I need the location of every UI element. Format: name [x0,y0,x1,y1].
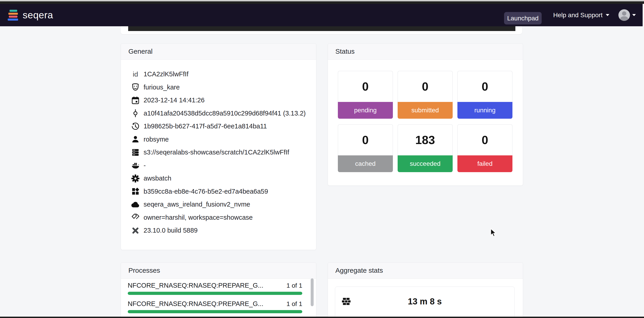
aggregate-stats-header: Aggregate stats [328,262,523,278]
general-row-container: - [130,159,312,172]
start-date-value: 2023-12-14 14:41:26 [144,96,204,104]
general-panel: General id 1CA2zlK5lwFfIf furious_kare 2… [121,43,316,250]
succeeded-chip[interactable]: succeeded [398,156,453,172]
general-row-id: id 1CA2zlK5lwFfIf [130,68,312,81]
submitted-chip[interactable]: submitted [398,102,453,119]
top-nav: seqera Launchpad Help and Support [0,4,644,26]
user-icon [130,134,140,144]
process-row[interactable]: NFCORE_RNASEQ:RNASEQ:PREPARE_G... 1 of 1 [128,282,302,295]
process-name: NFCORE_RNASEQ:RNASEQ:PREPARE_G... [128,282,263,289]
general-row-tags: owner=harshil, workspace=showcase [130,211,312,224]
process-list: NFCORE_RNASEQ:RNASEQ:PREPARE_G... 1 of 1… [128,282,302,318]
session-history-icon [130,122,140,131]
failed-count: 0 [458,124,512,156]
succeeded-count: 183 [398,124,453,156]
running-count: 0 [458,71,512,102]
process-row[interactable]: NFCORE_RNASEQ:RNASEQ:PREPARE_G... 1 of 1 [128,300,302,313]
executor-value: awsbatch [144,175,172,182]
pending-count: 0 [338,71,393,102]
status-panel-header: Status [328,44,523,60]
calendar-icon [130,95,140,105]
container-icon [130,160,140,170]
status-panel-title: Status [335,48,354,55]
status-card-cached: 0 cached [338,124,393,172]
general-row-nextflow-version: 23.10.0 build 5889 [130,224,312,237]
general-row-workdir: s3://seqeralabs-showcase/scratch/1CA2zlK… [130,146,312,159]
status-card-failed: 0 failed [458,124,512,172]
process-count: 1 of 1 [286,282,302,289]
avatar [618,9,630,21]
run-command-box [128,26,516,31]
aggregate-stats-title: Aggregate stats [335,266,383,274]
frame-bottom-dark-strip [0,317,644,318]
brand-logo[interactable]: seqera [8,4,53,26]
process-progress-bar [128,292,302,295]
compute-env-value: seqera_aws_ireland_fusionv2_nvme [144,201,250,208]
processes-panel-header: Processes [121,262,316,278]
mouse-cursor [490,228,498,238]
run-command-card [121,26,522,34]
scrollbar-track[interactable] [643,4,644,26]
status-card-running: 0 running [458,71,512,119]
work-dir-icon [130,148,140,158]
status-card-submitted: 0 submitted [398,71,453,119]
tags-value: owner=harshil, workspace=showcase [144,214,253,221]
status-card-pending: 0 pending [338,71,393,119]
container-value: - [144,162,146,169]
running-chip[interactable]: running [458,102,512,119]
nextflow-version-value: 23.10.0 build 5889 [144,227,198,234]
status-panel: Status 0 pending 0 submitted 0 running 0… [328,43,523,186]
cached-chip[interactable]: cached [338,156,393,172]
brand-name: seqera [23,10,53,20]
commit-value: a10f41afa204538d5dcc89a5910c299d68f94f41… [144,110,306,117]
general-row-executor: awsbatch [130,172,312,185]
general-row-run-name: furious_kare [130,81,312,94]
compute-env-cloud-icon [130,200,140,210]
launchpad-button[interactable]: Launchpad [504,12,542,24]
tags-icon [130,212,140,222]
help-and-support-label: Help and Support [553,12,602,19]
id-label: id [130,69,140,79]
user-value: robsyme [144,136,169,143]
user-menu[interactable] [618,4,636,26]
process-name: NFCORE_RNASEQ:RNASEQ:PREPARE_G... [128,300,263,308]
work-dir-value: s3://seqeralabs-showcase/scratch/1CA2zlK… [144,148,289,156]
compute-env-id-icon [130,186,140,196]
failed-chip[interactable]: failed [458,156,512,172]
general-rows: id 1CA2zlK5lwFfIf furious_kare 2023-12-1… [130,68,312,237]
git-commit-icon [130,108,140,118]
status-card-succeeded: 183 succeeded [398,124,453,172]
seqera-logo-icon [8,10,18,21]
processes-panel-title: Processes [128,266,160,274]
run-id-value: 1CA2zlK5lwFfIf [144,70,188,78]
help-and-support-menu[interactable]: Help and Support [553,4,609,26]
frame-top-dark-strip [0,1,644,4]
run-details-page: seqera Launchpad Help and Support Genera… [0,0,644,318]
nextflow-version-icon [130,226,140,236]
general-panel-title: General [128,48,152,55]
chevron-down-icon [606,14,609,16]
process-count: 1 of 1 [286,300,302,308]
executor-gear-icon [130,174,140,184]
run-name-value: furious_kare [144,84,180,91]
processes-scrollbar-thumb[interactable] [311,278,314,306]
general-row-commit: a10f41afa204538d5dcc89a5910c299d68f94f41… [130,107,312,120]
aggregate-stats-panel: Aggregate stats 13 m 8 s [328,262,523,318]
session-id-value: 1b98625b-b627-417f-a5d7-6ee1a814ba11 [144,122,267,130]
wall-time-value: 13 m 8 s [335,297,514,306]
cached-count: 0 [338,124,393,156]
general-panel-header: General [121,44,316,60]
process-progress-bar [128,310,302,313]
general-row-user: robsyme [130,133,312,146]
pending-chip[interactable]: pending [338,102,393,119]
compute-env-id-value: b359cc8a-eb8e-4c76-b5e2-ed7a4bea6a59 [144,188,268,195]
run-name-icon [130,82,140,92]
general-row-compute-env-id: b359cc8a-eb8e-4c76-b5e2-ed7a4bea6a59 [130,185,312,198]
chevron-down-icon [632,14,636,16]
processes-panel: Processes NFCORE_RNASEQ:RNASEQ:PREPARE_G… [121,262,316,318]
general-row-session: 1b98625b-b627-417f-a5d7-6ee1a814ba11 [130,120,312,133]
general-row-compute-env: seqera_aws_ireland_fusionv2_nvme [130,198,312,211]
general-row-start-date: 2023-12-14 14:41:26 [130,94,312,107]
wall-time-card: 13 m 8 s [335,286,515,318]
submitted-count: 0 [398,71,453,102]
